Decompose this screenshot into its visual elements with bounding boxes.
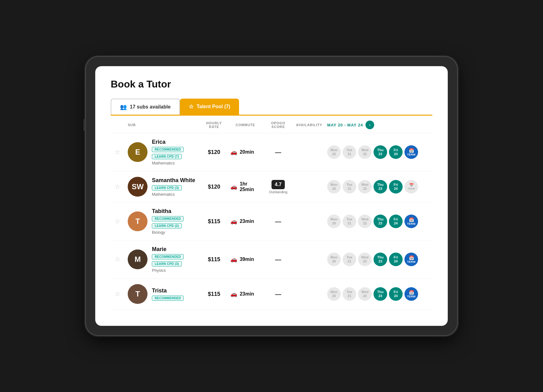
tag-recommended: RECOMMENDED [152,254,184,259]
favorite-button[interactable]: ☆ [113,289,122,299]
next-week-button[interactable]: › [366,121,374,129]
avail-cell [293,202,325,241]
hourly-rate: $120 [208,149,220,155]
day-num: 21 [348,259,351,263]
term-label: TERM [408,187,415,190]
day-name: Thu [377,148,383,152]
avatar: E [128,142,148,162]
sub-info: Tabitha RECOMMENDEDLEARN CPD (2) Biology [152,208,198,235]
term-label: TERM [407,153,415,156]
term-button[interactable]: 📅TERM [404,215,418,228]
day-fri-24[interactable]: Fri24 [389,145,403,159]
day-name: Thu [377,183,383,187]
day-fri-24[interactable]: Fri24 [389,215,403,228]
day-mon-20[interactable]: Mon20 [327,287,341,301]
score-cell: — [263,241,294,279]
commute-time: 39min [240,257,254,262]
day-thu-23[interactable]: Thu23 [374,145,387,159]
days-cell: Mon20Tue21Wed22Thu23Fri24📅TERM [325,133,432,171]
day-tue-21[interactable]: Tue21 [343,287,356,301]
day-thu-23[interactable]: Thu23 [374,180,387,194]
day-wed-22[interactable]: Wed22 [358,253,372,266]
score-dash: — [275,149,281,156]
day-name: Thu [377,217,383,221]
sub-info: Erica RECOMMENDEDLEARN CPD (7) Mathemati… [152,139,198,165]
sub-cell: M Marie RECOMMENDEDLEARN CPD (3) Physics [125,241,200,279]
tags-container: RECOMMENDEDLEARN CPD (3) [152,254,198,266]
favorite-button[interactable]: ☆ [113,147,122,157]
day-thu-23[interactable]: Thu23 [374,253,387,266]
term-button-gray[interactable]: 📅TERM [404,180,418,194]
avatar: T [128,284,148,304]
day-fri-24[interactable]: Fri24 [389,287,403,301]
star-icon: ☆ [189,103,194,110]
avatar: T [128,211,148,231]
day-fri-24[interactable]: Fri24 [389,253,403,266]
score-cell: 4.7 Outstanding [263,171,294,202]
term-button[interactable]: 📅TERM [404,287,418,301]
day-name: Tue [347,148,353,152]
table-row: ☆ T Trista RECOMMENDED $115🚗23min—Mon20T… [111,279,432,310]
term-button[interactable]: 📅TERM [404,145,418,159]
day-num: 22 [363,152,367,156]
tab-talent[interactable]: ☆ Talent Pool (7) [180,99,239,115]
col-days-header: May 20 - May 24 › [325,116,432,133]
day-num: 22 [363,259,367,263]
day-tue-21[interactable]: Tue21 [343,180,356,194]
day-name: Fri [394,290,398,294]
day-tue-21[interactable]: Tue21 [343,215,356,228]
tag-recommended: RECOMMENDED [152,216,184,221]
day-num: 21 [348,221,351,225]
avail-cell [293,171,325,202]
col-commute-header: COMMUTE [228,116,263,133]
tabs-container: 👥 17 subs available ☆ Talent Pool (7) [111,99,432,116]
date-range-text: May 20 - May 24 [327,123,363,127]
term-button[interactable]: 📅TERM [404,253,418,266]
calendar-icon: 📅 [409,255,414,260]
sub-name: Trista [152,288,184,294]
day-wed-22[interactable]: Wed22 [358,215,372,228]
commute-cell: 🚗23min [228,279,263,310]
day-num: 24 [394,294,398,298]
day-num: 20 [332,294,336,298]
favorite-button[interactable]: ☆ [113,216,122,227]
col-star [111,116,125,133]
table-row: ☆ E Erica RECOMMENDEDLEARN CPD (7) Mathe… [111,133,432,171]
day-num: 20 [332,221,336,225]
day-num: 21 [348,152,351,156]
day-name: Wed [361,148,369,152]
hourly-rate: $115 [208,218,220,224]
table-row: ☆ T Tabitha RECOMMENDEDLEARN CPD (2) Bio… [111,202,432,241]
tag-recommended: RECOMMENDED [152,147,184,152]
favorite-button[interactable]: ☆ [113,254,122,265]
sub-cell: E Erica RECOMMENDEDLEARN CPD (7) Mathema… [125,133,200,171]
day-fri-24[interactable]: Fri24 [389,180,403,194]
day-wed-22[interactable]: Wed22 [358,180,372,194]
day-mon-20[interactable]: Mon20 [327,253,341,266]
col-sub-header: SUB [125,116,200,133]
day-wed-22[interactable]: Wed22 [358,287,372,301]
day-tue-21[interactable]: Tue21 [343,145,356,159]
col-avail-header: AVAILABILITY [293,116,325,133]
tags-container: RECOMMENDEDLEARN CPD (7) [152,147,198,159]
rate-cell: $115 [200,279,228,310]
day-thu-23[interactable]: Thu23 [374,287,387,301]
tab-subs[interactable]: 👥 17 subs available [111,99,180,115]
day-wed-22[interactable]: Wed22 [358,145,372,159]
rate-cell: $120 [200,171,228,202]
car-icon: 🚗 [230,149,237,156]
day-mon-20[interactable]: Mon20 [327,180,341,194]
day-name: Wed [361,183,369,187]
day-thu-23[interactable]: Thu23 [374,215,387,228]
day-mon-20[interactable]: Mon20 [327,145,341,159]
favorite-button[interactable]: ☆ [113,181,122,192]
sub-name: Marie [152,246,198,253]
day-tue-21[interactable]: Tue21 [343,253,356,266]
day-num: 20 [332,152,336,156]
sub-info: Samantha White LEARN CPD (3) Mathematics [152,177,195,197]
tag-cpd: LEARN CPD (2) [152,223,182,228]
day-mon-20[interactable]: Mon20 [327,215,341,228]
day-num: 21 [348,187,351,191]
calendar-icon: 📅 [409,148,414,153]
tutors-table: SUB HOURLY RATE COMMUTE OPOGO SCORE AVAI… [111,116,432,310]
